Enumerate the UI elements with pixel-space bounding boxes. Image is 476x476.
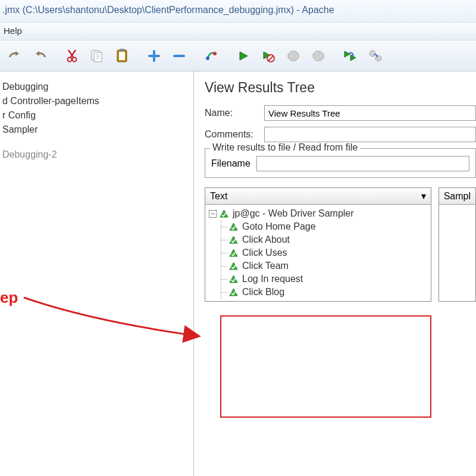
file-fieldset: Write results to file / Read from file F…	[205, 148, 476, 178]
result-children: Goto Home Page Click About Click Uses Cl…	[221, 220, 427, 299]
result-child-label: Log In request	[242, 274, 303, 284]
results-view-dropdown[interactable]: Text ▾	[205, 188, 431, 205]
result-child-label: Click Team	[242, 261, 289, 271]
filename-label: Filename	[211, 158, 250, 169]
sampler-tab[interactable]: Sampl	[439, 188, 475, 205]
name-label: Name:	[205, 108, 264, 118]
svg-point-10	[206, 57, 209, 60]
result-tree: − jp@gc - Web Driver Sampler Goto Home P…	[205, 205, 431, 301]
annotation-text: ep	[0, 289, 18, 307]
result-child-node[interactable]: Click Team	[221, 259, 427, 273]
sampler-detail-panel: Sampl	[439, 187, 476, 302]
left-tree-panel: Debugging d Controller-pageItems r Confi…	[0, 71, 194, 476]
add-button[interactable]	[143, 45, 165, 67]
dropdown-label: Text	[210, 191, 227, 202]
start-button[interactable]	[232, 45, 255, 67]
svg-point-1	[73, 57, 77, 61]
success-icon	[228, 274, 239, 284]
comments-label: Comments:	[205, 129, 264, 140]
redo-button[interactable]	[29, 45, 51, 67]
success-icon	[228, 287, 239, 298]
success-icon	[228, 222, 239, 232]
svg-rect-3	[94, 52, 102, 62]
result-child-label: Click Uses	[242, 248, 287, 258]
svg-point-11	[213, 52, 217, 55]
window-title: .jmx (C:\Users\shantonu\Desktop\ClientPe…	[2, 5, 474, 15]
collapse-icon[interactable]: −	[209, 210, 217, 218]
toolbar	[0, 40, 476, 71]
toggle-button[interactable]	[200, 45, 223, 67]
success-icon	[219, 209, 229, 219]
filename-input[interactable]	[256, 156, 469, 171]
svg-point-15	[375, 55, 381, 61]
result-child-label: Click Blog	[242, 287, 284, 298]
name-input[interactable]	[264, 105, 476, 121]
stop-button[interactable]	[282, 45, 305, 67]
start-no-pause-button[interactable]	[257, 45, 280, 67]
menubar: Help	[0, 23, 476, 40]
results-tree-panel: Text ▾ − jp@gc - Web Driver Sampler Goto…	[205, 187, 431, 302]
tree-item[interactable]: Debugging	[0, 80, 190, 94]
remote-stop-button[interactable]	[364, 45, 387, 67]
titlebar: .jmx (C:\Users\shantonu\Desktop\ClientPe…	[0, 0, 476, 23]
result-root-label: jp@gc - Web Driver Sampler	[233, 208, 354, 219]
result-child-node[interactable]: Click Blog	[221, 286, 427, 299]
comments-input[interactable]	[264, 127, 476, 142]
tree-item[interactable]: Sampler	[0, 123, 190, 137]
svg-rect-8	[119, 52, 125, 60]
remote-start-button[interactable]	[339, 45, 362, 67]
panel-title: View Results Tree	[205, 80, 476, 96]
results-area: Text ▾ − jp@gc - Web Driver Sampler Goto…	[205, 187, 476, 302]
svg-point-14	[369, 51, 375, 57]
shutdown-button[interactable]	[307, 45, 330, 67]
paste-button[interactable]	[111, 45, 133, 67]
result-child-node[interactable]: Click Uses	[221, 246, 427, 259]
success-icon	[228, 248, 239, 258]
menu-help[interactable]: Help	[4, 26, 22, 36]
result-root-node[interactable]: − jp@gc - Web Driver Sampler	[209, 207, 427, 220]
fieldset-legend: Write results to file / Read from file	[210, 142, 360, 153]
svg-rect-9	[120, 49, 124, 52]
content-area: Debugging d Controller-pageItems r Confi…	[0, 71, 476, 476]
remove-button[interactable]	[168, 45, 190, 67]
cut-button[interactable]	[61, 45, 83, 67]
copy-button[interactable]	[86, 45, 108, 67]
result-child-node[interactable]: Log In request	[221, 273, 427, 286]
tree-item[interactable]: d Controller-pageItems	[0, 94, 190, 108]
tree-item-disabled[interactable]: Debugging-2	[0, 148, 190, 162]
tree-item[interactable]: r Config	[0, 108, 190, 123]
svg-point-0	[68, 57, 72, 61]
success-icon	[228, 235, 239, 245]
right-panel: View Results Tree Name: Comments: Write …	[194, 71, 476, 476]
undo-button[interactable]	[4, 45, 26, 67]
chevron-down-icon: ▾	[421, 190, 426, 202]
success-icon	[228, 261, 239, 271]
svg-line-13	[268, 56, 273, 61]
result-child-node[interactable]: Click About	[221, 233, 427, 246]
result-child-node[interactable]: Goto Home Page	[221, 220, 427, 233]
result-child-label: Click About	[242, 234, 290, 245]
result-child-label: Goto Home Page	[242, 221, 316, 232]
